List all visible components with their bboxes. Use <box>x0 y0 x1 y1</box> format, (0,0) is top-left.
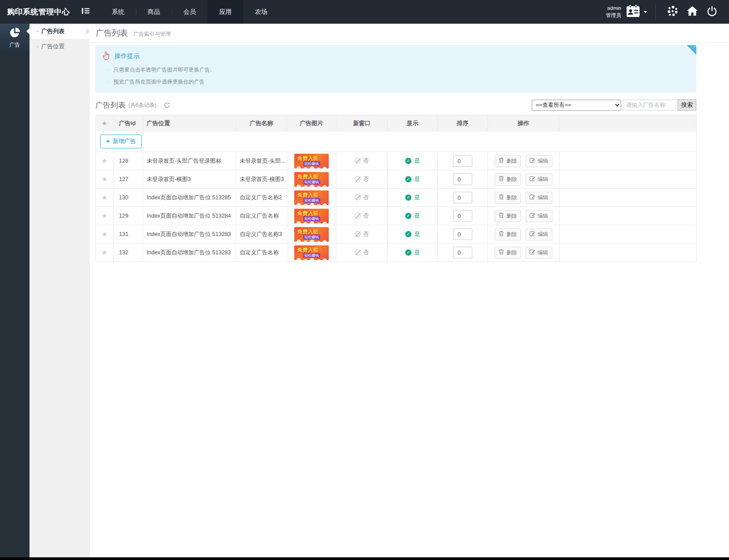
no-icon <box>355 213 360 219</box>
star-icon[interactable]: ★ <box>102 194 107 201</box>
dot-icon: · <box>37 43 38 50</box>
delete-button[interactable]: 删除 <box>495 192 521 204</box>
star-icon[interactable]: ★ <box>102 175 107 183</box>
search-input[interactable] <box>623 100 676 110</box>
logout-button[interactable] <box>702 6 722 18</box>
edit-button[interactable]: 编辑 <box>526 155 552 167</box>
nav-item-1[interactable]: 商品 <box>136 0 172 24</box>
edit-icon <box>530 194 535 201</box>
check-circle-icon: ✓ <box>405 231 411 237</box>
tips-text: 只需要点击半透明广告图片即可更换广告. <box>114 67 212 73</box>
star-icon[interactable]: ★ <box>102 212 107 219</box>
search-button[interactable]: 搜索 <box>678 99 696 111</box>
nav-item-0[interactable]: 系统 <box>100 0 136 24</box>
ad-image-thumbnail[interactable]: 免费入驻 轻松赚钱 <box>294 190 329 205</box>
edit-button[interactable]: 编辑 <box>526 192 552 204</box>
sort-input[interactable] <box>453 210 472 222</box>
star-icon[interactable]: ★ <box>102 230 107 238</box>
edit-label: 编辑 <box>538 157 548 165</box>
sort-input[interactable] <box>453 228 472 240</box>
submenu-label: 广告位置 <box>41 43 64 50</box>
banner-text-2: 轻松赚钱 <box>303 253 320 258</box>
ad-id-cell: 130 <box>114 189 143 207</box>
show-status: ✓ 是 <box>405 230 420 238</box>
filler-cell <box>559 207 697 225</box>
ad-name-cell: 未登录首页-横图3 <box>236 170 287 189</box>
nav-item-4[interactable]: 农场 <box>243 0 279 24</box>
user-role: 管理员 <box>606 12 622 19</box>
delete-button[interactable]: 删除 <box>495 155 521 167</box>
filler-cell <box>559 225 697 244</box>
sort-input[interactable] <box>453 192 472 203</box>
divider <box>655 4 656 21</box>
user-menu-button[interactable] <box>626 4 647 20</box>
star-icon[interactable]: ★ <box>102 157 107 164</box>
id-card-icon <box>626 4 640 20</box>
show-status: ✓ 是 <box>405 175 420 183</box>
minus-icon: − <box>693 44 695 49</box>
pie-chart-icon <box>9 27 21 40</box>
filler-cell <box>559 152 697 170</box>
ad-image-thumbnail[interactable]: 免费入驻 轻松赚钱 <box>294 154 329 168</box>
col-header-position: 广告位置 <box>143 115 236 131</box>
page-title: 广告列表 <box>96 28 128 38</box>
sort-input[interactable] <box>453 155 472 167</box>
ad-id-cell: 129 <box>114 207 143 225</box>
top-menu: 系统商品会员应用农场 <box>100 0 279 24</box>
ad-image-thumbnail[interactable]: 免费入驻 轻松赚钱 <box>294 245 329 260</box>
no-icon <box>355 231 360 237</box>
ad-position-cell: Index页面自动增加广告位 513284 <box>143 207 236 225</box>
star-icon[interactable]: ★ <box>102 248 107 256</box>
tips-panel: − 操作提示 ·只需要点击半透明广告图片即可更换广告. ·预览广告所在页面中选择… <box>95 45 696 93</box>
no-icon <box>355 176 360 182</box>
bullet-icon: · <box>108 79 110 84</box>
submenu-item-0[interactable]: ·广告列表 <box>30 24 90 39</box>
banner-text-1: 免费入驻 <box>297 247 319 253</box>
share-network-button[interactable] <box>663 5 682 19</box>
nav-item-2[interactable]: 会员 <box>172 0 208 24</box>
edit-button[interactable]: 编辑 <box>526 210 552 222</box>
list-title: 广告列表 <box>95 100 126 110</box>
filter-select[interactable]: ==查看所有== <box>532 100 621 111</box>
nav-item-3[interactable]: 应用 <box>208 0 243 24</box>
no-label: 否 <box>363 175 369 183</box>
home-button[interactable] <box>682 6 702 18</box>
star-column-header[interactable]: ★ <box>96 115 114 131</box>
banner-text-2: 轻松赚钱 <box>303 216 320 221</box>
edit-button[interactable]: 编辑 <box>526 228 552 240</box>
banner-text-2: 轻松赚钱 <box>303 161 320 166</box>
power-icon <box>707 6 717 18</box>
trash-icon <box>499 249 504 256</box>
col-header-sort: 排序 <box>438 115 488 131</box>
banner-text-1: 免费入驻 <box>297 192 319 198</box>
content-inner: − 操作提示 ·只需要点击半透明广告图片即可更换广告. ·预览广告所在页面中选择… <box>90 43 729 262</box>
no-label: 否 <box>363 248 369 257</box>
no-label: 否 <box>363 230 369 238</box>
collapse-corner-button[interactable]: − <box>687 45 696 55</box>
delete-button[interactable]: 删除 <box>495 228 521 240</box>
filler-cell <box>559 244 697 262</box>
tips-line: ·预览广告所在页面中选择更换你的广告 <box>108 78 690 86</box>
edit-button[interactable]: 编辑 <box>526 247 552 259</box>
refresh-button[interactable] <box>164 102 170 109</box>
delete-button[interactable]: 删除 <box>495 247 521 259</box>
submenu-item-1[interactable]: ·广告位置 <box>30 39 90 54</box>
edit-button[interactable]: 编辑 <box>526 173 552 185</box>
delete-button[interactable]: 删除 <box>495 210 521 222</box>
ad-image-thumbnail[interactable]: 免费入驻 轻松赚钱 <box>294 227 329 242</box>
list-toolbar: 广告列表 (共6条记录) ==查看所有== 搜索 <box>95 99 696 111</box>
sort-input[interactable] <box>453 173 472 185</box>
sort-input[interactable] <box>453 247 472 258</box>
sidebar-toggle-button[interactable] <box>76 0 95 24</box>
trash-icon <box>499 194 504 201</box>
ad-image-thumbnail[interactable]: 免费入驻 轻松赚钱 <box>294 172 329 187</box>
table-row: ★ 129 Index页面自动增加广告位 513284 自定义广告名称 免费入驻… <box>96 207 697 225</box>
show-status: ✓ 是 <box>405 194 420 202</box>
edit-label: 编辑 <box>538 249 548 257</box>
ad-image-thumbnail[interactable]: 免费入驻 轻松赚钱 <box>294 209 329 223</box>
ad-position-cell: 未登录首页-头部广告登录图标 <box>143 152 236 170</box>
add-ad-label: 新增广告 <box>113 137 136 145</box>
add-ad-button[interactable]: + 新增广告 <box>100 135 142 148</box>
delete-button[interactable]: 删除 <box>495 173 521 185</box>
check-circle-icon: ✓ <box>405 213 411 219</box>
